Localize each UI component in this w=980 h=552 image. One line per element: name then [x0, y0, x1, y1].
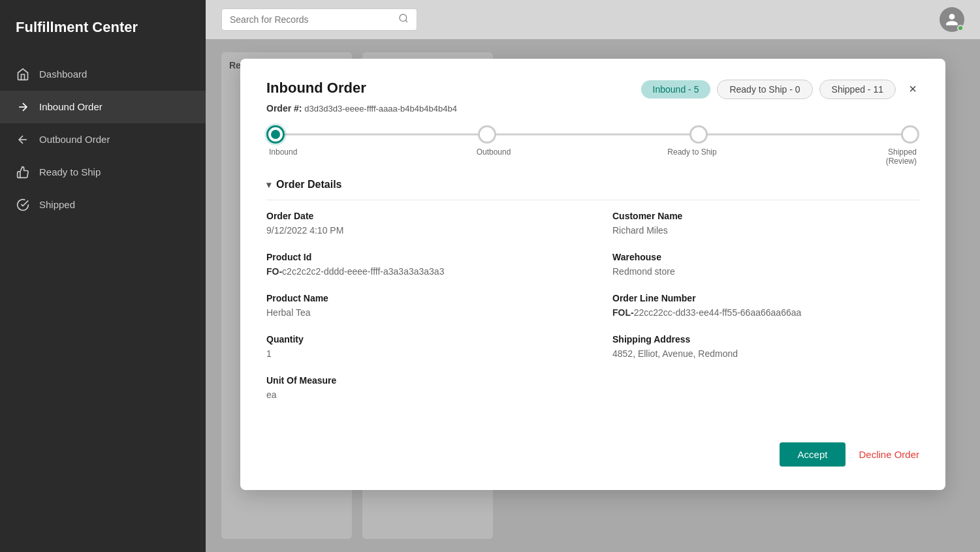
badge-shipped[interactable]: Shipped - 11 [819, 80, 896, 99]
shipping-address-label: Shipping Address [612, 334, 919, 345]
order-line-label: Order Line Number [612, 293, 919, 303]
order-number-row: Order #: d3d3d3d3-eeee-ffff-aaaa-b4b4b4b… [266, 103, 919, 114]
order-number-label: Order #: [266, 103, 302, 114]
accept-button[interactable]: Accept [780, 442, 846, 467]
decline-button[interactable]: Decline Order [859, 449, 919, 460]
badge-inbound[interactable]: Inbound - 5 [641, 80, 711, 99]
details-grid: Order Date 9/12/2022 4:10 PM Product Id … [266, 211, 919, 416]
check-circle-icon [16, 198, 30, 212]
product-id-value: FO-c2c2c2c2-dddd-eeee-ffff-a3a3a3a3a3a3 [266, 265, 573, 279]
product-id-field: Product Id FO-c2c2c2c2-dddd-eeee-ffff-a3… [266, 252, 573, 279]
order-line-prefix: FOL- [612, 307, 634, 318]
order-date-field: Order Date 9/12/2022 4:10 PM [266, 211, 573, 238]
sidebar-item-label-outbound: Outbound Order [39, 134, 110, 145]
sidebar-item-shipped[interactable]: Shipped [0, 189, 206, 221]
product-id-label: Product Id [266, 252, 573, 262]
sidebar-nav: Dashboard Inbound Order Outbound Order [0, 58, 206, 221]
quantity-value: 1 [266, 347, 573, 361]
content-area: Ready to Ship Shipped Inbound Order Inbo… [206, 39, 980, 552]
left-column: Order Date 9/12/2022 4:10 PM Product Id … [266, 211, 573, 416]
main-area: Ready to Ship Shipped Inbound Order Inbo… [206, 0, 980, 552]
warehouse-field: Warehouse Redmond store [612, 252, 919, 279]
modal-header: Inbound Order Inbound - 5 Ready to Ship … [266, 80, 919, 98]
search-icon [398, 13, 409, 26]
sidebar-item-outbound-order[interactable]: Outbound Order [0, 123, 206, 156]
close-button[interactable]: × [906, 80, 919, 98]
product-id-prefix: FO- [266, 266, 282, 277]
home-icon [16, 67, 30, 82]
chevron-down-icon: ▾ [266, 179, 271, 190]
right-column: Customer Name Richard Miles Warehouse Re… [612, 211, 919, 416]
svg-point-2 [400, 14, 407, 22]
unit-measure-value: ea [266, 388, 573, 402]
step-ready [689, 125, 708, 144]
product-name-value: Herbal Tea [266, 306, 573, 320]
search-input[interactable] [230, 14, 393, 25]
shipping-address-field: Shipping Address 4852, Elliot, Avenue, R… [612, 334, 919, 361]
customer-name-field: Customer Name Richard Miles [612, 211, 919, 238]
order-line-field: Order Line Number FOL-22cc22cc-dd33-ee44… [612, 293, 919, 320]
sidebar-item-label-dashboard: Dashboard [39, 69, 87, 80]
modal-dialog: Inbound Order Inbound - 5 Ready to Ship … [240, 59, 945, 490]
step-inbound [266, 125, 285, 144]
step-label-inbound: Inbound [269, 147, 321, 166]
svg-line-3 [405, 20, 407, 22]
modal-overlay: Inbound Order Inbound - 5 Ready to Ship … [206, 39, 980, 552]
order-line-value: FOL-22cc22cc-dd33-ee44-ff55-66aa66aa66aa [612, 306, 919, 320]
step-outbound [478, 125, 496, 144]
product-name-field: Product Name Herbal Tea [266, 293, 573, 320]
sidebar-item-inbound-order[interactable]: Inbound Order [0, 91, 206, 123]
thumb-up-icon [16, 165, 30, 179]
sidebar-item-label-inbound: Inbound Order [39, 101, 103, 112]
badge-ready[interactable]: Ready to Ship - 0 [717, 80, 812, 99]
product-name-label: Product Name [266, 293, 573, 303]
step-label-ready: Ready to Ship [666, 147, 718, 166]
status-badges: Inbound - 5 Ready to Ship - 0 Shipped - … [641, 80, 896, 99]
shipping-address-value: 4852, Elliot, Avenue, Redmond [612, 347, 919, 361]
progress-track [266, 125, 919, 144]
progress-section: Inbound Outbound Ready to Ship Shipped (… [266, 125, 919, 166]
modal-footer: Accept Decline Order [266, 432, 919, 467]
user-status-dot [957, 25, 964, 31]
order-details-toggle[interactable]: ▾ Order Details [266, 179, 919, 200]
arrow-in-icon [16, 100, 30, 114]
step-label-shipped: Shipped (Review) [864, 147, 917, 166]
sidebar-title: Fulfillment Center [0, 0, 206, 58]
order-number-value: d3d3d3d3-eeee-ffff-aaaa-b4b4b4b4b4b4 [304, 104, 457, 114]
search-box[interactable] [221, 8, 417, 31]
order-details-label: Order Details [276, 179, 341, 191]
product-id-number: c2c2c2c2-dddd-eeee-ffff-a3a3a3a3a3a3 [282, 266, 444, 277]
quantity-field: Quantity 1 [266, 334, 573, 361]
customer-name-value: Richard Miles [612, 224, 919, 238]
order-date-label: Order Date [266, 211, 573, 221]
order-line-number: 22cc22cc-dd33-ee44-ff55-66aa66aa66aa [634, 307, 802, 318]
sidebar-item-ready-to-ship[interactable]: Ready to Ship [0, 156, 206, 189]
customer-name-label: Customer Name [612, 211, 919, 221]
sidebar: Fulfillment Center Dashboard Inbound Ord… [0, 0, 206, 552]
quantity-label: Quantity [266, 334, 573, 345]
sidebar-item-dashboard[interactable]: Dashboard [0, 58, 206, 91]
warehouse-value: Redmond store [612, 265, 919, 279]
step-shipped [901, 125, 919, 144]
order-date-value: 9/12/2022 4:10 PM [266, 224, 573, 238]
unit-measure-field: Unit Of Measure ea [266, 375, 573, 402]
step-label-outbound: Outbound [467, 147, 520, 166]
sidebar-item-label-shipped: Shipped [39, 199, 75, 210]
step-labels: Inbound Outbound Ready to Ship Shipped (… [266, 147, 919, 166]
unit-measure-label: Unit Of Measure [266, 375, 573, 386]
modal-title: Inbound Order [266, 80, 366, 97]
arrow-out-icon [16, 132, 30, 147]
warehouse-label: Warehouse [612, 252, 919, 262]
avatar[interactable] [940, 7, 964, 32]
progress-steps [266, 125, 919, 144]
sidebar-item-label-ready: Ready to Ship [39, 166, 101, 177]
topbar [206, 0, 980, 39]
